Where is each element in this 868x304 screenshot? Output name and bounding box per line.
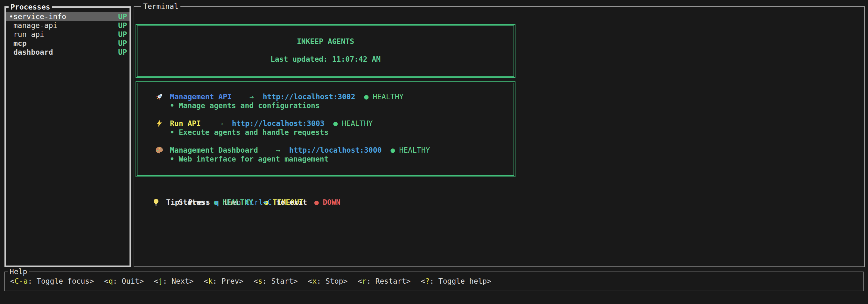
help-shortcut-key: j (158, 277, 163, 285)
process-status-badge: UP (118, 30, 127, 39)
process-list: •service-infoUPmanage-apiUPrun-apiUPmcpU… (6, 8, 129, 57)
service-name: Management API (170, 93, 231, 101)
help-shortcuts: <C-a: Toggle focus><q: Quit><j: Next><k:… (5, 272, 863, 285)
service-description: • Web interface for agent management (155, 155, 514, 164)
help-panel: Help <C-a: Toggle focus><q: Quit><j: Nex… (4, 272, 864, 291)
help-open-bracket: < (104, 277, 108, 285)
legend-status-text: DOWN (323, 198, 340, 206)
help-open-bracket: < (308, 277, 312, 285)
health-dot-icon: ● (334, 119, 338, 128)
help-panel-title: Help (8, 267, 29, 276)
process-name: manage-api (13, 21, 57, 30)
help-shortcut-key: k (208, 277, 213, 285)
help-shortcut: <x: Stop> (308, 277, 348, 285)
tip-segment: Tip: Press (166, 198, 214, 206)
lightning-icon (155, 119, 170, 128)
arrow-glyph: → (276, 146, 280, 154)
terminal-panel: Terminal INKEEP AGENTS Last updated: 11:… (134, 6, 865, 267)
service-url[interactable]: http://localhost:3000 (289, 146, 382, 154)
process-row[interactable]: •service-infoUP (6, 12, 129, 21)
process-status-badge: UP (118, 12, 127, 21)
service-line: Management API→http://localhost:3002●HEA… (155, 92, 514, 101)
process-name: run-api (13, 30, 44, 39)
help-shortcut-label: : Toggle focus> (28, 277, 94, 285)
lightbulb-icon (152, 198, 166, 206)
help-open-bracket: < (154, 277, 158, 285)
app-screen: Processes •service-infoUPmanage-apiUPrun… (0, 0, 868, 304)
service-entry: Run API→http://localhost:3003●HEALTHY• E… (155, 119, 514, 137)
legend-entry: ●DOWN (314, 198, 340, 206)
banner-box: INKEEP AGENTS Last updated: 11:07:42 AM (135, 24, 516, 78)
help-shortcut-label: : Next> (163, 277, 194, 285)
services-box: Management API→http://localhost:3002●HEA… (135, 81, 516, 177)
help-shortcut: <C-a: Toggle focus> (10, 277, 94, 285)
service-line: Run API→http://localhost:3003●HEALTHY (155, 119, 514, 128)
health-dot-icon: ● (391, 146, 395, 154)
service-entry: Management Dashboard→http://localhost:30… (155, 146, 514, 164)
processes-panel: Processes •service-infoUPmanage-apiUPrun… (4, 6, 131, 267)
tip-segment: to exit (272, 198, 307, 206)
service-entry: Management API→http://localhost:3002●HEA… (155, 92, 514, 110)
service-health-status: HEALTHY (399, 146, 430, 154)
help-shortcut: <?: Toggle help> (421, 277, 491, 285)
process-row[interactable]: mcpUP (6, 39, 129, 48)
selected-indicator: • (9, 12, 13, 21)
process-name: dashboard (13, 48, 53, 57)
process-row[interactable]: manage-apiUP (6, 21, 129, 30)
last-updated-text: Last updated: 11:07:42 AM (271, 55, 380, 64)
terminal-panel-title: Terminal (141, 2, 180, 11)
help-shortcut: <q: Quit> (104, 277, 144, 285)
help-shortcut-label: : Restart> (367, 277, 410, 285)
process-row[interactable]: run-apiUP (6, 30, 129, 39)
tip-line: Tip: Press q then Ctrl+C to exit (152, 198, 307, 207)
status-dot-icon: ● (314, 198, 319, 206)
service-health-status: HEALTHY (342, 119, 373, 128)
service-name: Run API (170, 119, 201, 128)
help-shortcut-key: C-a (14, 277, 28, 285)
tip-segment: q (214, 198, 219, 206)
status-legend: Status:●HEALTHY●TIMEOUT●DOWN (152, 189, 340, 198)
process-name: mcp (13, 39, 27, 48)
service-description: • Manage agents and configurations (155, 101, 514, 110)
help-shortcut-label: : Start> (262, 277, 298, 285)
help-shortcut-key: q (108, 277, 113, 285)
help-open-bracket: < (358, 277, 362, 285)
help-shortcut-label: : Prev> (213, 277, 243, 285)
service-health-status: HEALTHY (373, 93, 403, 101)
tip-segment: then (219, 198, 245, 206)
help-shortcut-key: ? (425, 277, 430, 285)
help-shortcut: <r: Restart> (358, 277, 410, 285)
arrow-glyph: → (249, 93, 254, 101)
service-url[interactable]: http://localhost:3003 (232, 119, 324, 128)
process-status-badge: UP (118, 21, 127, 30)
banner-heading: INKEEP AGENTS (297, 37, 354, 46)
tip-segment: Ctrl+C (245, 198, 272, 206)
arrow-glyph: → (219, 119, 223, 128)
help-shortcut-label: : Stop> (317, 277, 347, 285)
help-open-bracket: < (421, 277, 425, 285)
process-status-badge: UP (118, 48, 127, 57)
process-name: service-info (13, 12, 66, 21)
help-shortcut: <s: Start> (254, 277, 298, 285)
help-shortcut: <k: Prev> (204, 277, 243, 285)
help-open-bracket: < (204, 277, 208, 285)
tip-text: Tip: Press q then Ctrl+C to exit (166, 198, 307, 206)
palette-icon (155, 146, 170, 154)
help-open-bracket: < (10, 277, 14, 285)
service-description: • Execute agents and handle requests (155, 128, 514, 137)
health-dot-icon: ● (364, 93, 369, 101)
help-shortcut-label: : Toggle help> (430, 277, 491, 285)
help-shortcut: <j: Next> (154, 277, 194, 285)
processes-panel-title: Processes (8, 3, 52, 11)
service-name: Management Dashboard (170, 146, 258, 154)
process-row[interactable]: dashboardUP (6, 48, 129, 57)
service-line: Management Dashboard→http://localhost:30… (155, 146, 514, 155)
help-open-bracket: < (254, 277, 258, 285)
help-shortcut-key: r (362, 277, 367, 285)
help-shortcut-key: x (312, 277, 317, 285)
help-shortcut-label: : Quit> (113, 277, 144, 285)
service-url[interactable]: http://localhost:3002 (263, 93, 355, 101)
rocket-icon (155, 93, 170, 101)
help-shortcut-key: s (258, 277, 262, 285)
process-status-badge: UP (118, 39, 127, 48)
